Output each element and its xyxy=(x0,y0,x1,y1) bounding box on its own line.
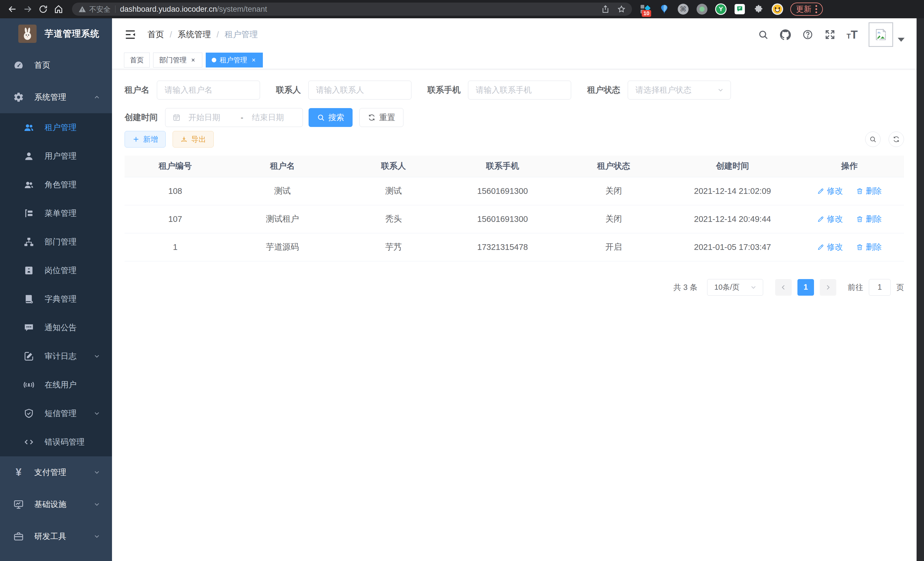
github-icon[interactable] xyxy=(780,29,791,40)
close-icon[interactable] xyxy=(250,57,257,63)
date-start-placeholder[interactable]: 开始日期 xyxy=(188,112,232,123)
col-mobile: 联系手机 xyxy=(448,156,557,177)
refresh-icon xyxy=(368,114,376,122)
page-1-button[interactable]: 1 xyxy=(797,279,814,296)
extension-command-icon[interactable]: ⌘ xyxy=(677,3,689,15)
edit-button[interactable]: 修改 xyxy=(817,214,843,224)
sidebar-item-notice[interactable]: 通知公告 xyxy=(0,313,112,342)
error-code-icon xyxy=(23,436,35,448)
sidebar-item-home[interactable]: 首页 xyxy=(0,49,112,81)
breadcrumb-system[interactable]: 系统管理 xyxy=(178,29,211,40)
mobile-input[interactable] xyxy=(468,81,571,99)
help-icon[interactable] xyxy=(802,29,813,40)
close-icon[interactable] xyxy=(190,57,196,63)
table-row: 107 测试租户 秃头 15601691300 关闭 2021-12-14 20… xyxy=(124,205,904,233)
export-button[interactable]: 导出 xyxy=(172,131,214,147)
sidebar-item-online-user[interactable]: 在线用户 xyxy=(0,371,112,399)
delete-button[interactable]: 删除 xyxy=(856,186,882,196)
browser-scrollbar[interactable] xyxy=(916,18,924,561)
tab-dept[interactable]: 部门管理 xyxy=(153,53,202,68)
add-button[interactable]: 新增 xyxy=(124,131,166,147)
tab-home[interactable]: 首页 xyxy=(124,53,150,68)
edit-button[interactable]: 修改 xyxy=(817,242,843,253)
sidebar-item-sms[interactable]: 短信管理 xyxy=(0,399,112,428)
col-contact: 联系人 xyxy=(339,156,448,177)
toolbox-icon xyxy=(13,530,25,542)
next-page-button[interactable] xyxy=(820,279,836,296)
security-label[interactable]: 不安全 xyxy=(89,5,111,14)
date-end-placeholder[interactable]: 结束日期 xyxy=(252,112,296,123)
extension-record-icon[interactable] xyxy=(696,3,708,15)
sidebar-item-tenant[interactable]: 租户管理 xyxy=(0,113,112,142)
tenant-table: 租户编号 租户名 联系人 联系手机 租户状态 创建时间 操作 108 测试 测试 xyxy=(124,156,904,261)
sidebar-item-audit-log[interactable]: 审计日志 xyxy=(0,342,112,371)
goto-page-input[interactable] xyxy=(869,279,891,296)
table-row: 108 测试 测试 15601691300 关闭 2021-12-14 21:0… xyxy=(124,177,904,205)
sidebar-item-system[interactable]: 系统管理 xyxy=(0,81,112,113)
announcement-icon xyxy=(23,322,35,334)
delete-button[interactable]: 删除 xyxy=(856,214,882,224)
org-chart-icon xyxy=(23,236,35,248)
dict-book-icon xyxy=(23,293,35,305)
font-size-icon[interactable]: TT xyxy=(847,28,858,41)
page-content: 租户名 联系人 联系手机 租户状态 请选择租户状态 xyxy=(112,69,916,561)
sidebar-item-user[interactable]: 用户管理 xyxy=(0,142,112,170)
trash-icon xyxy=(856,243,863,251)
extension-chat-icon[interactable] xyxy=(734,3,746,15)
sidebar-item-devtools[interactable]: 研发工具 xyxy=(0,520,112,552)
tab-tenant[interactable]: 租户管理 xyxy=(206,53,263,68)
sidebar-item-dept[interactable]: 部门管理 xyxy=(0,228,112,256)
reset-button[interactable]: 重置 xyxy=(359,108,404,127)
browser-home-icon[interactable] xyxy=(51,2,66,17)
bookmark-star-icon[interactable] xyxy=(617,5,626,14)
app-header: 首页 / 系统管理 / 租户管理 TT xyxy=(112,18,916,51)
online-user-icon xyxy=(23,379,35,391)
contact-label: 联系人 xyxy=(276,84,301,96)
search-button[interactable]: 搜索 xyxy=(309,108,352,127)
header-search-icon[interactable] xyxy=(758,29,769,40)
breadcrumb-home[interactable]: 首页 xyxy=(147,29,164,40)
page-size-select[interactable]: 10条/页 xyxy=(707,279,763,296)
sidebar-collapse-icon[interactable] xyxy=(124,28,136,41)
status-select[interactable]: 请选择租户状态 xyxy=(628,81,731,99)
total-count: 共 3 条 xyxy=(674,282,698,293)
sidebar-item-role[interactable]: 角色管理 xyxy=(0,170,112,199)
tabs-bar: 首页 部门管理 租户管理 xyxy=(112,51,916,69)
prev-page-button[interactable] xyxy=(775,279,792,296)
sidebar-item-error-code[interactable]: 错误码管理 xyxy=(0,428,112,456)
extensions-puzzle-icon[interactable] xyxy=(753,3,765,15)
chevron-down-icon xyxy=(93,533,100,540)
user-avatar[interactable] xyxy=(868,22,904,47)
toggle-search-button[interactable] xyxy=(865,132,880,147)
contact-input[interactable] xyxy=(308,81,411,99)
url-text[interactable]: dashboard.yudao.iocoder.cn/system/tenant xyxy=(120,5,267,14)
post-badge-icon xyxy=(23,265,35,277)
address-bar[interactable]: 不安全 dashboard.yudao.iocoder.cn/system/te… xyxy=(72,3,632,16)
sidebar-item-payment[interactable]: ¥ 支付管理 xyxy=(0,456,112,488)
tenant-name-input[interactable] xyxy=(157,81,260,99)
date-range-picker[interactable]: 开始日期 - 结束日期 xyxy=(165,108,303,127)
sidebar-item-post[interactable]: 岗位管理 xyxy=(0,256,112,285)
browser-update-button[interactable]: 更新 xyxy=(790,3,823,16)
sidebar-item-dict[interactable]: 字典管理 xyxy=(0,285,112,313)
extension-balloon-icon[interactable] xyxy=(658,3,670,15)
browser-reload-icon[interactable] xyxy=(35,2,51,17)
sidebar-item-menu[interactable]: 菜单管理 xyxy=(0,199,112,228)
extension-y-icon[interactable]: Y xyxy=(715,3,727,15)
sidebar-item-infra[interactable]: 基础设施 xyxy=(0,488,112,520)
browser-forward-icon[interactable] xyxy=(20,2,35,17)
refresh-table-button[interactable] xyxy=(889,132,904,147)
browser-back-icon[interactable] xyxy=(4,2,20,17)
extension-face-icon[interactable] xyxy=(771,3,783,15)
edit-button[interactable]: 修改 xyxy=(817,186,843,196)
browser-menu-icon[interactable] xyxy=(815,5,817,13)
app-logo[interactable]: 芋道管理系统 xyxy=(0,18,112,49)
delete-button[interactable]: 删除 xyxy=(856,242,882,253)
share-icon[interactable] xyxy=(601,5,610,14)
chevron-down-icon xyxy=(93,353,100,360)
fullscreen-icon[interactable] xyxy=(824,29,836,40)
extension-blocks-icon[interactable]: 10 xyxy=(639,3,651,15)
gear-icon xyxy=(13,91,25,103)
breadcrumb-separator: / xyxy=(217,30,219,39)
breadcrumb: 首页 / 系统管理 / 租户管理 xyxy=(147,29,258,40)
